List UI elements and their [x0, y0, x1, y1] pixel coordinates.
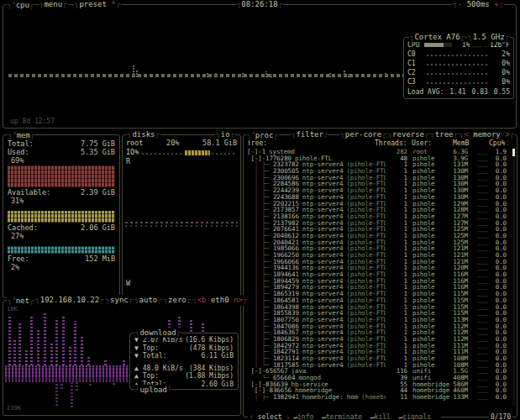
proc-row-branch: │ ├─ [247, 252, 273, 259]
proc-row[interactable]: │ ├─ 1864398ntp-server4(pihole-FTL)1piho… [247, 304, 510, 311]
proc-header-cpu[interactable]: Cpu% [489, 139, 505, 147]
proc-row[interactable]: [-]-1776280pihole-FTL48pihole3.9G0.0 [247, 155, 510, 162]
proc-row-user: pihole [407, 245, 451, 252]
proc-row[interactable]: │ ├─ 2300696ntp-server4(pihole-FTL)1piho… [247, 175, 510, 181]
proc-row-name: ntp-server4 [299, 194, 344, 201]
proc-row-user: pihole [407, 355, 451, 362]
proc-row[interactable]: [-]-656567java116unifi1.5G0.0 [247, 368, 510, 375]
proc-row[interactable]: │ ├─ 2040612ntp-server4(pihole-FTL)1piho… [247, 233, 510, 239]
disks-box-title[interactable]: disks [127, 129, 160, 139]
proc-row[interactable]: │ ├─ 1865319ntp-server4(pihole-FTL)1piho… [247, 291, 510, 297]
net-interface-switcher[interactable]: <b eth0 n> [192, 295, 248, 306]
net-auto-button[interactable]: auto [134, 295, 163, 306]
proc-header-mem[interactable]: MemB [453, 139, 469, 147]
proc-row[interactable]: │ ├─ 1966066ntp-server4(pihole-FTL)1piho… [247, 259, 510, 265]
proc-row[interactable]: │ ├─ 2323782ntp-server4(pihole-FTL)1piho… [247, 161, 510, 168]
proc-row-branch: │ ├─ [247, 343, 273, 349]
proc-row-tree: │ ├─ 1807750ntp-server4(pihole-FTL) [247, 317, 386, 323]
proc-scrollbar[interactable] [512, 149, 515, 407]
proc-box-title[interactable]: ⁴proc [246, 129, 279, 140]
proc-row[interactable]: └─ 656604mongod39unifi408M0.0 [247, 375, 510, 381]
proc-row[interactable]: │ ├─ 1985066ntp-server4(pihole-FTL)1piho… [247, 245, 510, 252]
proc-sort-selector[interactable]: < memory > [459, 129, 515, 139]
proc-row[interactable]: │ ├─ 1864581ntp-server4(pihole-FTL)1piho… [247, 297, 510, 304]
disks-io-title[interactable]: io [215, 129, 235, 139]
proc-row[interactable]: │ ├─ 2243688ntp-server4(pihole-FTL)1piho… [247, 194, 510, 201]
proc-row[interactable]: │ ├─ 1894279ntp-server4(pihole-FTL)1piho… [247, 284, 510, 291]
net-zero-button[interactable]: zero [163, 295, 192, 306]
proc-row[interactable]: │ ├─ 2284586ntp-server4(pihole-FTL)1piho… [247, 181, 510, 187]
select-down-arrow[interactable]: ↓ [286, 413, 290, 420]
mem-box: ²mem Total:7.75 GiB Used:5.35 GiB 69% Av… [3, 134, 120, 298]
mem-used-percent: 69% [8, 156, 115, 165]
proc-row[interactable]: │ ├─ 1842791ntp-server4(pihole-FTL)1piho… [247, 349, 510, 355]
proc-header-user[interactable]: User: [412, 139, 432, 147]
select-up-arrow[interactable]: ↑ [249, 413, 254, 420]
graph-spike [30, 315, 33, 365]
key-terminate[interactable]: terminate [326, 413, 370, 420]
proc-row-program: (pihole-FTL) [343, 201, 386, 207]
proc-row[interactable]: [-]-836639hb-service55homebridge586M0.0 [247, 381, 510, 388]
proc-row-name: ntp-server4 [299, 213, 344, 220]
mem-free-value: 152 MiB [85, 255, 115, 263]
proc-row[interactable]: │ ├─ 1846367ntp-server4(pihole-FTL)1piho… [247, 329, 510, 336]
proc-header-tree[interactable]: Tree: [247, 139, 267, 147]
proc-row[interactable]: │ ├─ 2138166ntp-server4(pihole-FTL)1piho… [247, 213, 510, 220]
proc-row-pid: 2138166 [273, 213, 299, 220]
mem-used-label: Used: [8, 148, 29, 156]
proc-row-tree: │ ├─ 1842791ntp-server4(pihole-FTL) [247, 349, 386, 355]
proc-row-branch: │ ├─ [247, 233, 273, 239]
proc-row-program: (pihole-FTL) [343, 323, 386, 330]
proc-row[interactable]: │ ├─ 1806829ntp-server4(pihole-FTL)1piho… [247, 336, 510, 343]
proc-row[interactable]: │ ├─ 2202215ntp-server4(pihole-FTL)1piho… [247, 201, 510, 207]
proc-filter-button[interactable]: filter [291, 129, 328, 139]
proc-row-branch: │ ├─ [247, 297, 273, 304]
proc-row[interactable]: [-]-836656homebridge44homebridge460M0.0 [247, 387, 510, 394]
proc-row[interactable]: │ ├─ 2076641ntp-server4(pihole-FTL)1piho… [247, 226, 510, 233]
proc-scrollbar-thumb[interactable] [512, 149, 515, 156]
proc-row[interactable]: │ ├─ 2137982ntp-server4(pihole-FTL)1piho… [247, 220, 510, 227]
proc-row[interactable]: │ ├─ 1807750ntp-server4(pihole-FTL)1piho… [247, 317, 510, 323]
proc-row[interactable]: │ ├─ 2173857ntp-server4(pihole-FTL)1piho… [247, 207, 510, 213]
proc-row[interactable]: │ ├─ 1855839ntp-server4(pihole-FTL)1piho… [247, 310, 510, 317]
proc-row-name: ntp-server4 [299, 271, 344, 278]
graph-spike [50, 342, 53, 365]
menu-button[interactable]: menu [39, 0, 68, 9]
proc-row-pid: 656604 [273, 375, 296, 381]
proc-row-branch: │ ├─ [247, 394, 273, 401]
proc-row-program: (pihole-FTL) [343, 259, 386, 265]
interval-increase-button[interactable]: + [494, 0, 498, 8]
proc-row-pid: 1823114 [273, 355, 299, 362]
proc-row[interactable]: │ ├─ 1966250ntp-server4(pihole-FTL)1piho… [247, 252, 510, 259]
proc-row-program: (pihole-FTL) [343, 271, 386, 278]
proc-row[interactable]: [-]-1systemd282root6.3G1.9 [247, 149, 510, 155]
cpu-box-title[interactable]: ¹cpu [7, 0, 34, 10]
disk-write-label: W [126, 279, 130, 287]
proc-per-core-button[interactable]: per-core [339, 129, 386, 139]
proc-row[interactable]: │ ├─ 2244239ntp-server4(pihole-FTL)1piho… [247, 187, 510, 194]
net-box-title[interactable]: ³net [7, 295, 34, 306]
key-kill[interactable]: kill [375, 413, 399, 420]
net-sync-button[interactable]: sync [105, 295, 134, 306]
proc-row[interactable]: │ ├─ 1823114ntp-server4(pihole-FTL)1piho… [247, 355, 510, 362]
key-info[interactable]: info [297, 413, 322, 420]
proc-row[interactable]: │ ├─ 1847086ntp-server4(pihole-FTL)1piho… [247, 323, 510, 330]
proc-header-threads[interactable]: Threads: [375, 139, 407, 147]
proc-row[interactable]: │ ├─ 2300505ntp-server4(pihole-FTL)1piho… [247, 168, 510, 175]
interval-decrease-button[interactable]: - [458, 0, 462, 8]
graph-spike [13, 340, 16, 365]
proc-row[interactable]: │ ├─ 1944136ntp-server4(pihole-FTL)1piho… [247, 265, 510, 271]
key-signals[interactable]: signals [402, 413, 439, 420]
proc-reverse-button[interactable]: reverse [387, 129, 430, 139]
proc-row[interactable]: │ ├─ 1842972ntp-server4(pihole-FTL)1piho… [247, 343, 510, 349]
proc-row[interactable]: │ ├─ 1382941homebridge: hom(homebridg)11… [247, 394, 510, 401]
mem-box-title[interactable]: ²mem [8, 129, 35, 140]
proc-tree-button[interactable]: tree [429, 129, 459, 139]
proc-row[interactable]: │ ├─ 1894641ntp-server4(pihole-FTL)1piho… [247, 271, 510, 278]
proc-row[interactable]: │ └─ 1817585ntp-server4(pihole-FTL)1piho… [247, 362, 510, 369]
preset-button[interactable]: preset * [74, 0, 121, 9]
proc-row[interactable]: │ ├─ 2040421ntp-server4(pihole-FTL)1piho… [247, 239, 510, 246]
proc-row-name: ntp-server4 [299, 207, 344, 213]
proc-row-name: mongod [295, 375, 321, 381]
proc-row[interactable]: │ ├─ 1894459ntp-server4(pihole-FTL)1piho… [247, 278, 510, 285]
